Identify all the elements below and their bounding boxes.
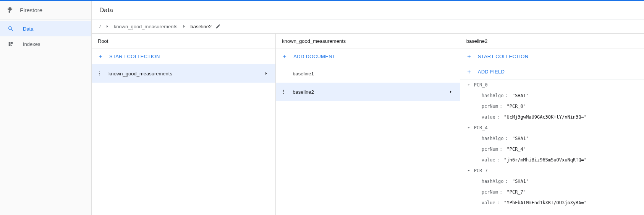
field-object-name: PCR_4 bbox=[474, 125, 488, 130]
chevron-right-icon bbox=[448, 89, 454, 94]
field-key: hashAlgo bbox=[482, 179, 504, 184]
start-collection-label: START COLLECTION bbox=[109, 54, 160, 59]
column-collection: known_good_measurements ADD DOCUMENT bas… bbox=[276, 34, 460, 215]
column-root: Root START COLLECTION known_good_measure… bbox=[92, 34, 276, 215]
indexes-icon bbox=[8, 41, 14, 47]
start-collection-button[interactable]: START COLLECTION bbox=[92, 49, 275, 64]
more-vert-icon[interactable] bbox=[96, 71, 102, 76]
add-document-label: ADD DOCUMENT bbox=[293, 54, 335, 59]
svg-point-2 bbox=[99, 75, 100, 75]
column-header-document: baseline2 bbox=[460, 34, 644, 49]
sidebar-item-label: Data bbox=[23, 26, 33, 32]
document-item-label: baseline2 bbox=[293, 89, 441, 95]
plus-icon bbox=[282, 54, 287, 59]
field-object[interactable]: PCR_0 bbox=[460, 80, 644, 90]
data-columns: Root START COLLECTION known_good_measure… bbox=[92, 33, 644, 215]
document-item-label: baseline1 bbox=[293, 71, 453, 77]
field-property[interactable]: value: "jh6r/mMhiBiz96SmSuOVxuNqRTQ=" bbox=[460, 155, 644, 165]
sidebar-nav: Data Indexes bbox=[0, 20, 91, 52]
triangle-down-icon bbox=[466, 168, 471, 173]
field-key: pcrNum bbox=[482, 147, 498, 152]
chevron-right-icon bbox=[105, 24, 110, 29]
triangle-down-icon bbox=[466, 83, 471, 87]
field-key: hashAlgo bbox=[482, 136, 504, 141]
field-value: "SHA1" bbox=[512, 179, 529, 184]
field-key: value bbox=[482, 157, 495, 163]
column-header-root: Root bbox=[92, 34, 275, 49]
document-list: baseline1 baseline2 bbox=[276, 64, 460, 215]
svg-point-1 bbox=[99, 73, 100, 74]
column-document: baseline2 START COLLECTION ADD FIELD PCR… bbox=[460, 34, 644, 215]
field-key: value bbox=[482, 200, 495, 205]
root-list: known_good_measurements bbox=[92, 64, 275, 215]
sidebar-item-data[interactable]: Data bbox=[0, 21, 91, 36]
field-property[interactable]: hashAlgo: "SHA1" bbox=[460, 176, 644, 187]
field-property[interactable]: pcrNum: "PCR_4" bbox=[460, 144, 644, 155]
plus-icon bbox=[466, 54, 472, 59]
add-document-button[interactable]: ADD DOCUMENT bbox=[276, 49, 460, 64]
sidebar-item-indexes[interactable]: Indexes bbox=[0, 36, 91, 52]
chevron-right-icon bbox=[181, 24, 187, 29]
field-property[interactable]: pcrNum: "PCR_0" bbox=[460, 101, 644, 112]
field-key: pcrNum bbox=[482, 104, 498, 109]
breadcrumb-document: baseline2 bbox=[191, 24, 212, 29]
document-item[interactable]: baseline1 bbox=[276, 64, 460, 83]
field-object[interactable]: PCR_4 bbox=[460, 122, 644, 133]
collection-item[interactable]: known_good_measurements bbox=[92, 64, 275, 83]
field-object-name: PCR_0 bbox=[474, 82, 488, 88]
more-vert-icon[interactable] bbox=[280, 89, 286, 94]
breadcrumb: / known_good_measurements baseline2 bbox=[92, 20, 644, 33]
add-field-label: ADD FIELD bbox=[478, 69, 505, 75]
breadcrumb-root[interactable]: / bbox=[99, 24, 101, 29]
triangle-down-icon bbox=[466, 125, 471, 130]
add-field-button[interactable]: ADD FIELD bbox=[460, 64, 644, 80]
field-value: "YPbEbATMmFnd1kXRT/OU3joXyRA=" bbox=[504, 200, 587, 205]
chevron-right-icon bbox=[263, 71, 269, 76]
search-icon bbox=[8, 26, 14, 32]
field-property[interactable]: hashAlgo: "SHA1" bbox=[460, 90, 644, 101]
main: Data / known_good_measurements baseline2… bbox=[92, 1, 644, 215]
field-key: pcrNum bbox=[482, 189, 498, 195]
edit-icon[interactable] bbox=[215, 24, 221, 29]
svg-point-0 bbox=[99, 72, 100, 72]
sidebar-header: Firestore bbox=[0, 1, 91, 20]
svg-point-4 bbox=[283, 91, 284, 92]
firestore-logo-icon bbox=[6, 7, 14, 14]
field-property[interactable]: value: "UcMj3gwMaU9GAc3QK+tY/xNin3Q=" bbox=[460, 112, 644, 122]
sidebar-item-label: Indexes bbox=[23, 41, 40, 47]
field-property[interactable]: value: "YPbEbATMmFnd1kXRT/OU3joXyRA=" bbox=[460, 197, 644, 208]
plus-icon bbox=[466, 69, 472, 75]
column-header-collection: known_good_measurements bbox=[276, 34, 460, 49]
start-subcollection-label: START COLLECTION bbox=[478, 54, 529, 59]
field-object-name: PCR_7 bbox=[474, 168, 488, 173]
field-object[interactable]: PCR_7 bbox=[460, 165, 644, 176]
svg-point-5 bbox=[283, 93, 284, 94]
document-item[interactable]: baseline2 bbox=[276, 83, 460, 101]
sidebar: Firestore Data Indexes bbox=[0, 1, 92, 215]
field-value: "SHA1" bbox=[512, 93, 529, 98]
field-key: value bbox=[482, 114, 495, 120]
field-property[interactable]: pcrNum: "PCR_7" bbox=[460, 187, 644, 197]
start-subcollection-button[interactable]: START COLLECTION bbox=[460, 49, 644, 64]
collection-item-label: known_good_measurements bbox=[108, 71, 257, 77]
plus-icon bbox=[98, 54, 103, 59]
field-value: "jh6r/mMhiBiz96SmSuOVxuNqRTQ=" bbox=[504, 157, 587, 163]
field-property[interactable]: hashAlgo: "SHA1" bbox=[460, 133, 644, 144]
svg-point-3 bbox=[283, 90, 284, 91]
field-value: "UcMj3gwMaU9GAc3QK+tY/xNin3Q=" bbox=[504, 114, 587, 120]
page-title: Data bbox=[92, 1, 644, 20]
field-value: "PCR_0" bbox=[506, 104, 526, 109]
field-value: "PCR_7" bbox=[506, 189, 526, 195]
field-value: "SHA1" bbox=[512, 136, 529, 141]
field-key: hashAlgo bbox=[482, 93, 504, 98]
document-fields: PCR_0hashAlgo: "SHA1"pcrNum: "PCR_0"valu… bbox=[460, 80, 644, 215]
field-value: "PCR_4" bbox=[506, 147, 526, 152]
sidebar-title: Firestore bbox=[20, 7, 42, 13]
breadcrumb-collection[interactable]: known_good_measurements bbox=[114, 24, 178, 29]
